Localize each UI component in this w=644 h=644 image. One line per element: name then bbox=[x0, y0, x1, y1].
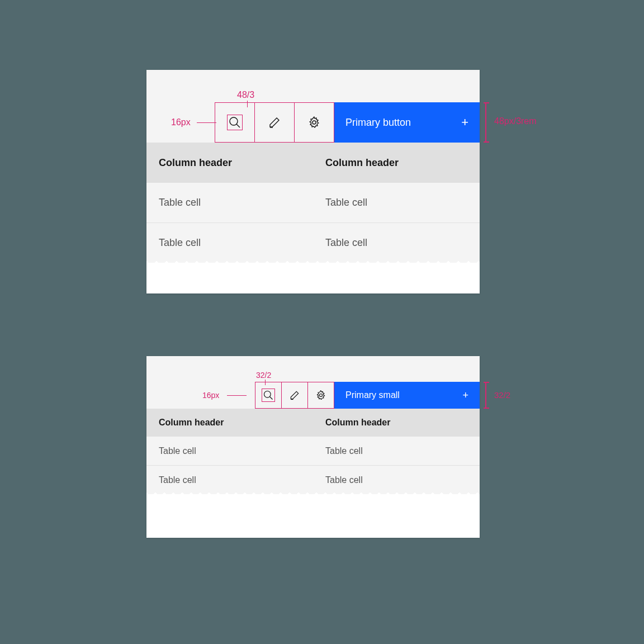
settings-button[interactable] bbox=[307, 382, 334, 409]
settings-button[interactable] bbox=[294, 102, 334, 143]
column-header: Column header bbox=[313, 143, 480, 183]
toolbar: Primary small + bbox=[146, 356, 480, 409]
spec-button-size: 48/3 bbox=[237, 90, 254, 100]
spec-icon-size: 16px bbox=[171, 117, 191, 127]
table-row: Table cell Table cell bbox=[146, 183, 480, 223]
primary-button[interactable]: Primary button + bbox=[334, 102, 480, 143]
search-icon bbox=[263, 390, 274, 401]
edit-icon bbox=[289, 390, 300, 401]
svg-line-1 bbox=[236, 124, 240, 127]
toolbar: Primary button + bbox=[146, 70, 480, 143]
plus-icon: + bbox=[461, 115, 468, 130]
torn-edge bbox=[146, 494, 480, 504]
spec-icon-size: 16px bbox=[202, 391, 219, 400]
table-cell: Table cell bbox=[313, 437, 480, 465]
table-cell: Table cell bbox=[313, 183, 480, 222]
gear-icon bbox=[307, 116, 321, 129]
column-header: Column header bbox=[313, 409, 480, 437]
edit-button[interactable] bbox=[254, 102, 295, 143]
search-icon bbox=[228, 116, 242, 129]
svg-point-4 bbox=[264, 391, 271, 398]
column-header: Column header bbox=[146, 143, 313, 183]
svg-point-3 bbox=[312, 121, 316, 124]
primary-button-label: Primary button bbox=[345, 117, 411, 129]
primary-button-small[interactable]: Primary small + bbox=[334, 382, 480, 409]
table-headers: Column header Column header bbox=[146, 409, 480, 437]
gear-icon bbox=[315, 390, 326, 401]
edit-button[interactable] bbox=[281, 382, 308, 409]
svg-line-5 bbox=[270, 397, 273, 400]
spec-button-size: 32/2 bbox=[256, 371, 271, 380]
svg-point-7 bbox=[320, 394, 323, 397]
plus-icon: + bbox=[462, 390, 468, 401]
spec-card-large: 48/3 16px Primary button + Column header bbox=[146, 70, 480, 293]
spec-height: 48px/3rem bbox=[494, 116, 537, 126]
edit-icon bbox=[268, 116, 281, 129]
torn-edge bbox=[146, 263, 480, 273]
spec-card-small: 32/2 16px Primary small + Column header bbox=[146, 356, 480, 538]
svg-point-0 bbox=[230, 117, 238, 125]
table-row: Table cell Table cell bbox=[146, 437, 480, 466]
height-bracket bbox=[485, 382, 486, 409]
table-cell: Table cell bbox=[146, 183, 313, 222]
height-bracket bbox=[485, 102, 486, 143]
table-cell: Table cell bbox=[146, 437, 313, 465]
search-button[interactable] bbox=[255, 382, 282, 409]
search-button[interactable] bbox=[215, 102, 255, 143]
column-header: Column header bbox=[146, 409, 313, 437]
table-headers: Column header Column header bbox=[146, 143, 480, 183]
primary-button-label: Primary small bbox=[345, 390, 400, 400]
spec-height: 32/2 bbox=[494, 390, 510, 400]
